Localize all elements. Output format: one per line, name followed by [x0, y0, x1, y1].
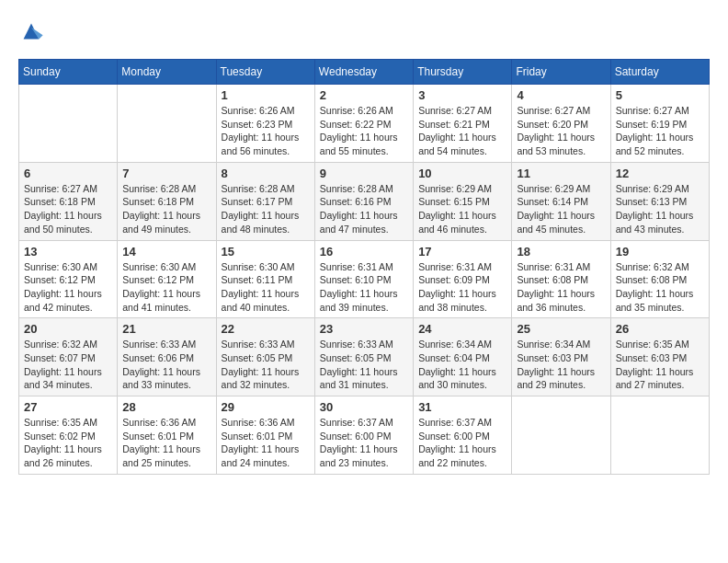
- calendar-cell: 7Sunrise: 6:28 AM Sunset: 6:18 PM Daylig…: [118, 162, 216, 240]
- day-info: Sunrise: 6:27 AM Sunset: 6:19 PM Dayligh…: [616, 104, 704, 158]
- day-number: 31: [418, 400, 506, 414]
- calendar-cell: 18Sunrise: 6:31 AM Sunset: 6:08 PM Dayli…: [512, 240, 610, 318]
- calendar-cell: 25Sunrise: 6:34 AM Sunset: 6:03 PM Dayli…: [512, 318, 610, 396]
- weekday-header-friday: Friday: [512, 60, 610, 85]
- day-info: Sunrise: 6:36 AM Sunset: 6:01 PM Dayligh…: [122, 416, 210, 470]
- day-info: Sunrise: 6:26 AM Sunset: 6:23 PM Dayligh…: [222, 104, 310, 158]
- day-number: 10: [418, 167, 506, 180]
- day-info: Sunrise: 6:37 AM Sunset: 6:00 PM Dayligh…: [418, 416, 506, 470]
- day-info: Sunrise: 6:26 AM Sunset: 6:22 PM Dayligh…: [320, 104, 408, 158]
- calendar-table: SundayMondayTuesdayWednesdayThursdayFrid…: [18, 59, 710, 475]
- day-number: 25: [517, 322, 605, 336]
- weekday-header-wednesday: Wednesday: [314, 60, 413, 85]
- day-number: 7: [122, 167, 210, 180]
- calendar-cell: 27Sunrise: 6:35 AM Sunset: 6:02 PM Dayli…: [19, 396, 118, 475]
- calendar-cell: 15Sunrise: 6:30 AM Sunset: 6:11 PM Dayli…: [216, 240, 314, 318]
- day-number: 5: [616, 88, 704, 102]
- calendar-cell: 24Sunrise: 6:34 AM Sunset: 6:04 PM Dayli…: [414, 318, 512, 396]
- day-number: 15: [222, 245, 310, 259]
- day-number: 27: [24, 400, 112, 414]
- week-row-1: 1Sunrise: 6:26 AM Sunset: 6:23 PM Daylig…: [19, 85, 710, 163]
- day-number: 26: [616, 322, 704, 336]
- day-number: 3: [418, 88, 506, 102]
- weekday-header-tuesday: Tuesday: [216, 60, 314, 85]
- calendar-cell: 1Sunrise: 6:26 AM Sunset: 6:23 PM Daylig…: [216, 85, 314, 163]
- day-number: 9: [320, 167, 408, 180]
- day-info: Sunrise: 6:29 AM Sunset: 6:13 PM Dayligh…: [616, 182, 704, 236]
- day-info: Sunrise: 6:28 AM Sunset: 6:18 PM Dayligh…: [122, 182, 210, 236]
- calendar-cell: 5Sunrise: 6:27 AM Sunset: 6:19 PM Daylig…: [610, 85, 709, 163]
- day-number: 24: [418, 322, 506, 336]
- day-info: Sunrise: 6:33 AM Sunset: 6:05 PM Dayligh…: [320, 338, 408, 392]
- day-info: Sunrise: 6:27 AM Sunset: 6:18 PM Dayligh…: [24, 182, 112, 236]
- day-info: Sunrise: 6:31 AM Sunset: 6:08 PM Dayligh…: [517, 260, 605, 315]
- day-info: Sunrise: 6:29 AM Sunset: 6:14 PM Dayligh…: [517, 182, 605, 236]
- day-info: Sunrise: 6:30 AM Sunset: 6:12 PM Dayligh…: [122, 260, 210, 315]
- logo: [18, 18, 50, 44]
- calendar-cell: 19Sunrise: 6:32 AM Sunset: 6:08 PM Dayli…: [610, 240, 709, 318]
- day-number: 18: [517, 245, 605, 259]
- day-number: 11: [517, 167, 605, 180]
- day-number: 4: [517, 88, 605, 102]
- calendar-cell: [118, 85, 216, 163]
- logo-icon: [18, 18, 44, 44]
- calendar-cell: 23Sunrise: 6:33 AM Sunset: 6:05 PM Dayli…: [314, 318, 413, 396]
- day-info: Sunrise: 6:27 AM Sunset: 6:20 PM Dayligh…: [517, 104, 605, 158]
- day-number: 20: [24, 322, 112, 336]
- calendar-cell: 11Sunrise: 6:29 AM Sunset: 6:14 PM Dayli…: [512, 162, 610, 240]
- calendar-cell: [512, 396, 610, 475]
- day-info: Sunrise: 6:36 AM Sunset: 6:01 PM Dayligh…: [222, 416, 310, 470]
- calendar-cell: 4Sunrise: 6:27 AM Sunset: 6:20 PM Daylig…: [512, 85, 610, 163]
- day-info: Sunrise: 6:30 AM Sunset: 6:12 PM Dayligh…: [24, 260, 112, 315]
- calendar-cell: [19, 85, 118, 163]
- day-info: Sunrise: 6:33 AM Sunset: 6:06 PM Dayligh…: [122, 338, 210, 392]
- calendar-cell: 21Sunrise: 6:33 AM Sunset: 6:06 PM Dayli…: [118, 318, 216, 396]
- day-number: 2: [320, 88, 408, 102]
- day-info: Sunrise: 6:27 AM Sunset: 6:21 PM Dayligh…: [418, 104, 506, 158]
- weekday-header-monday: Monday: [118, 60, 216, 85]
- day-number: 17: [418, 245, 506, 259]
- day-info: Sunrise: 6:30 AM Sunset: 6:11 PM Dayligh…: [222, 260, 310, 315]
- day-info: Sunrise: 6:35 AM Sunset: 6:03 PM Dayligh…: [616, 338, 704, 392]
- page-header: [18, 18, 710, 44]
- calendar-cell: 2Sunrise: 6:26 AM Sunset: 6:22 PM Daylig…: [314, 85, 413, 163]
- day-info: Sunrise: 6:34 AM Sunset: 6:04 PM Dayligh…: [418, 338, 506, 392]
- day-number: 16: [320, 245, 408, 259]
- calendar-cell: 8Sunrise: 6:28 AM Sunset: 6:17 PM Daylig…: [216, 162, 314, 240]
- calendar-cell: 31Sunrise: 6:37 AM Sunset: 6:00 PM Dayli…: [414, 396, 512, 475]
- calendar-cell: 26Sunrise: 6:35 AM Sunset: 6:03 PM Dayli…: [610, 318, 709, 396]
- day-info: Sunrise: 6:31 AM Sunset: 6:10 PM Dayligh…: [320, 260, 408, 315]
- week-row-2: 6Sunrise: 6:27 AM Sunset: 6:18 PM Daylig…: [19, 162, 710, 240]
- day-number: 22: [222, 322, 310, 336]
- day-info: Sunrise: 6:29 AM Sunset: 6:15 PM Dayligh…: [418, 182, 506, 236]
- day-number: 1: [222, 88, 310, 102]
- calendar-cell: [610, 396, 709, 475]
- day-number: 6: [24, 167, 112, 180]
- calendar-cell: 29Sunrise: 6:36 AM Sunset: 6:01 PM Dayli…: [216, 396, 314, 475]
- calendar-cell: 6Sunrise: 6:27 AM Sunset: 6:18 PM Daylig…: [19, 162, 118, 240]
- week-row-4: 20Sunrise: 6:32 AM Sunset: 6:07 PM Dayli…: [19, 318, 710, 396]
- day-number: 30: [320, 400, 408, 414]
- day-info: Sunrise: 6:35 AM Sunset: 6:02 PM Dayligh…: [24, 416, 112, 470]
- calendar-cell: 22Sunrise: 6:33 AM Sunset: 6:05 PM Dayli…: [216, 318, 314, 396]
- day-number: 19: [616, 245, 704, 259]
- weekday-header-sunday: Sunday: [19, 60, 118, 85]
- weekday-header-row: SundayMondayTuesdayWednesdayThursdayFrid…: [19, 60, 710, 85]
- weekday-header-saturday: Saturday: [610, 60, 709, 85]
- week-row-5: 27Sunrise: 6:35 AM Sunset: 6:02 PM Dayli…: [19, 396, 710, 475]
- day-info: Sunrise: 6:28 AM Sunset: 6:17 PM Dayligh…: [222, 182, 310, 236]
- calendar-cell: 28Sunrise: 6:36 AM Sunset: 6:01 PM Dayli…: [118, 396, 216, 475]
- calendar-cell: 20Sunrise: 6:32 AM Sunset: 6:07 PM Dayli…: [19, 318, 118, 396]
- day-info: Sunrise: 6:33 AM Sunset: 6:05 PM Dayligh…: [222, 338, 310, 392]
- day-number: 21: [122, 322, 210, 336]
- day-number: 14: [122, 245, 210, 259]
- weekday-header-thursday: Thursday: [414, 60, 512, 85]
- day-info: Sunrise: 6:34 AM Sunset: 6:03 PM Dayligh…: [517, 338, 605, 392]
- day-number: 13: [24, 245, 112, 259]
- day-info: Sunrise: 6:31 AM Sunset: 6:09 PM Dayligh…: [418, 260, 506, 315]
- calendar-cell: 10Sunrise: 6:29 AM Sunset: 6:15 PM Dayli…: [414, 162, 512, 240]
- day-info: Sunrise: 6:37 AM Sunset: 6:00 PM Dayligh…: [320, 416, 408, 470]
- calendar-cell: 16Sunrise: 6:31 AM Sunset: 6:10 PM Dayli…: [314, 240, 413, 318]
- calendar-cell: 12Sunrise: 6:29 AM Sunset: 6:13 PM Dayli…: [610, 162, 709, 240]
- day-info: Sunrise: 6:32 AM Sunset: 6:08 PM Dayligh…: [616, 260, 704, 315]
